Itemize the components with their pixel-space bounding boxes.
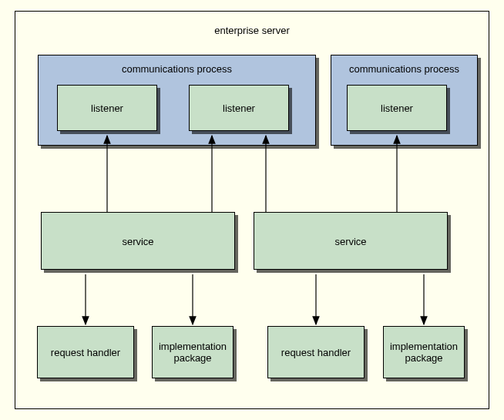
communications-process-label-1: communications process: [39, 63, 315, 75]
service-box-2: service: [254, 212, 448, 270]
implementation-package-label-1: implementation package: [153, 341, 233, 364]
listener-box-3: listener: [347, 85, 447, 131]
request-handler-label-2: request handler: [268, 347, 364, 358]
service-label-1: service: [42, 236, 234, 247]
implementation-package-box-2: implementation package: [383, 326, 465, 378]
implementation-package-label-2: implementation package: [384, 341, 464, 364]
listener-label-3: listener: [348, 102, 446, 114]
listener-label-1: listener: [58, 102, 156, 114]
implementation-package-box-1: implementation package: [152, 326, 234, 378]
diagram-title: enterprise server: [0, 25, 504, 36]
service-label-2: service: [254, 236, 447, 247]
listener-box-1: listener: [57, 85, 157, 131]
request-handler-box-1: request handler: [37, 326, 134, 378]
listener-box-2: listener: [189, 85, 289, 131]
request-handler-label-1: request handler: [38, 347, 133, 358]
request-handler-box-2: request handler: [267, 326, 365, 378]
communications-process-label-2: communications process: [331, 63, 477, 75]
listener-label-2: listener: [190, 102, 288, 114]
service-box-1: service: [41, 212, 235, 270]
